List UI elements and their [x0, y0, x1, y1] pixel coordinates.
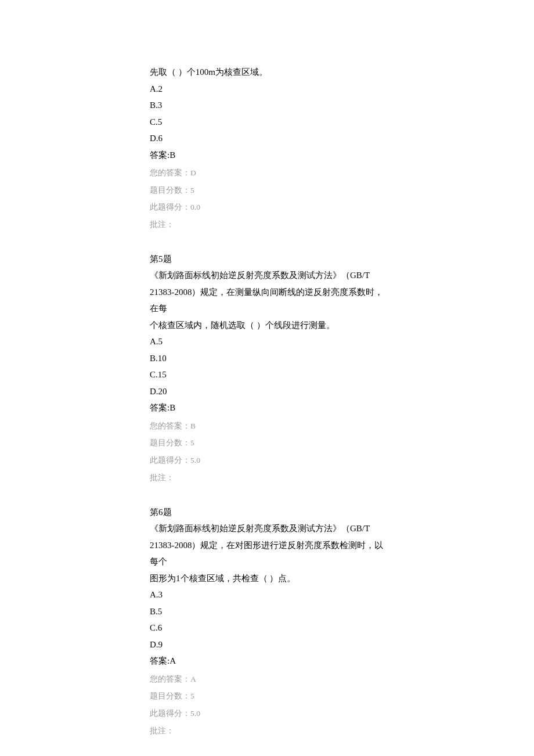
q4-this-score: 此题得分：0.0 [150, 199, 384, 216]
q4-answer: 答案:B [150, 147, 384, 164]
q6-option-c: C.6 [150, 620, 384, 636]
q5-option-a: A.5 [150, 333, 384, 350]
q5-topic-score: 题目分数：5 [150, 434, 384, 452]
q6-stem-line-3: 图形为1个核查区域，共检查（ ）点。 [150, 570, 384, 587]
q4-feedback: 您的答案：D 题目分数：5 此题得分：0.0 批注： [150, 164, 384, 233]
q5-stem-line-1: 《新划路面标线初始逆反射亮度系数及测试方法》（GB/T [150, 267, 384, 284]
q4-option-c: C.5 [150, 114, 384, 131]
q5-option-b: B.10 [150, 350, 384, 367]
question-4-block: 先取（ ）个100m为核查区域。 A.2 B.3 C.5 D.6 答案:B 您的… [150, 64, 384, 233]
q6-topic-score: 题目分数：5 [150, 687, 384, 705]
q5-feedback: 您的答案：B 题目分数：5 此题得分：5.0 批注： [150, 417, 384, 487]
q6-your-answer: 您的答案：A [150, 671, 384, 688]
q5-stem-line-3: 个核查区域内，随机选取（ ）个线段进行测量。 [150, 317, 384, 334]
q6-answer: 答案:A [150, 653, 384, 669]
q6-remark: 批注： [150, 722, 384, 740]
q6-feedback: 您的答案：A 题目分数：5 此题得分：5.0 批注： [150, 671, 384, 740]
q4-your-answer: 您的答案：D [150, 164, 384, 182]
q4-option-d: D.6 [150, 130, 384, 147]
q6-stem-line-1: 《新划路面标线初始逆反射亮度系数及测试方法》（GB/T [150, 520, 384, 537]
q5-this-score: 此题得分：5.0 [150, 452, 384, 469]
q6-this-score: 此题得分：5.0 [150, 705, 384, 722]
q4-stem-line: 先取（ ）个100m为核查区域。 [150, 64, 384, 81]
q4-option-b: B.3 [150, 97, 384, 114]
document-page: 先取（ ）个100m为核查区域。 A.2 B.3 C.5 D.6 答案:B 您的… [0, 0, 534, 756]
q5-stem-line-2: 21383-2008）规定，在测量纵向间断线的逆反射亮度系数时，在每 [150, 284, 384, 317]
q4-topic-score: 题目分数：5 [150, 182, 384, 199]
q4-remark: 批注： [150, 216, 384, 233]
q6-title: 第6题 [150, 504, 384, 521]
question-6-block: 第6题 《新划路面标线初始逆反射亮度系数及测试方法》（GB/T 21383-20… [150, 504, 384, 740]
q4-option-a: A.2 [150, 81, 384, 98]
q5-remark: 批注： [150, 469, 384, 487]
q5-answer: 答案:B [150, 399, 384, 416]
q5-your-answer: 您的答案：B [150, 417, 384, 435]
q5-title: 第5题 [150, 251, 384, 268]
q5-option-c: C.15 [150, 366, 384, 383]
q5-option-d: D.20 [150, 383, 384, 400]
question-5-block: 第5题 《新划路面标线初始逆反射亮度系数及测试方法》（GB/T 21383-20… [150, 251, 384, 487]
q6-option-d: D.9 [150, 636, 384, 653]
q6-option-a: A.3 [150, 586, 384, 603]
q6-stem-line-2: 21383-2008）规定，在对图形进行逆反射亮度系数检测时，以每个 [150, 537, 384, 570]
q6-option-b: B.5 [150, 603, 384, 620]
